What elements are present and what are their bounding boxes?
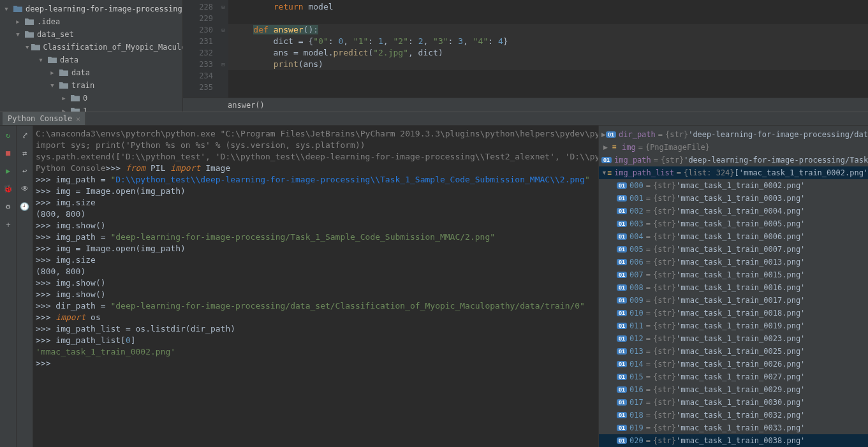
code-line[interactable]: dict = {"0": 0, "1": 1, "2": 2, "3": 3, … — [228, 36, 868, 47]
var-row[interactable]: ▶01dir_path = {str} 'deep-learning-for-i… — [599, 128, 868, 141]
console-line: >>> img.show() — [36, 277, 596, 289]
fold-column[interactable]: ⊟⊟⊟ — [218, 0, 228, 98]
add-icon[interactable]: ＋ — [3, 219, 14, 230]
var-type: {str} — [653, 283, 676, 292]
tree-item[interactable]: ▼Classification_of_Myopic_Maculop — [0, 41, 182, 54]
var-list-item[interactable]: 01011 = {str} 'mmac_task_1_train_0019.pn… — [599, 319, 868, 332]
expand-arrow-icon[interactable]: ▶ — [601, 144, 609, 150]
editor-code[interactable]: 228229230231232233234235 ⊟⊟⊟ return mode… — [183, 0, 868, 98]
tree-arrow-icon[interactable]: ▼ — [3, 6, 10, 12]
rerun-icon[interactable]: ↻ — [3, 129, 14, 141]
var-list-item[interactable]: 01009 = {str} 'mmac_task_1_train_0017.pn… — [599, 294, 868, 307]
run-icon[interactable]: ▶ — [3, 165, 14, 177]
tree-item[interactable]: ▼deep-learning-for-image-processing — [0, 3, 182, 15]
var-list-item[interactable]: 01012 = {str} 'mmac_task_1_train_0023.pn… — [599, 332, 868, 345]
var-list-item[interactable]: 01006 = {str} 'mmac_task_1_train_0013.pn… — [599, 256, 868, 268]
var-index: 001 — [629, 194, 644, 203]
var-type-icon: 01 — [617, 334, 627, 343]
var-list-item[interactable]: 01002 = {str} 'mmac_task_1_train_0004.pn… — [599, 205, 868, 217]
var-list-item[interactable]: 01010 = {str} 'mmac_task_1_train_0018.pn… — [599, 307, 868, 319]
expand-arrow-icon[interactable]: ▼ — [601, 170, 607, 176]
tab-label: Python Console — [8, 114, 72, 123]
folder-icon — [59, 81, 69, 90]
python-console-tab[interactable]: Python Console ✕ — [3, 112, 86, 125]
var-index: 004 — [629, 232, 644, 241]
breadcrumb-bar[interactable]: answer() — [183, 98, 868, 112]
new-console-icon[interactable]: ⤤ — [19, 129, 31, 141]
tree-arrow-icon[interactable]: ▼ — [48, 82, 56, 89]
var-list-item[interactable]: 01000 = {str} 'mmac_task_1_train_0002.pn… — [599, 179, 868, 192]
var-type-icon: 01 — [617, 219, 627, 228]
tree-arrow-icon[interactable]: ▶ — [60, 95, 68, 101]
var-type-icon: 01 — [617, 347, 627, 356]
var-value: 'mmac_task_1_train_0030.png' — [676, 398, 805, 407]
tree-item[interactable]: ▶.idea — [0, 15, 182, 28]
var-list-item[interactable]: 01016 = {str} 'mmac_task_1_train_0029.pn… — [599, 383, 868, 396]
console-line: 'mmac_task_1_train_0002.png' — [36, 346, 596, 358]
var-type: {str} — [653, 194, 676, 203]
var-list-item[interactable]: 01018 = {str} 'mmac_task_1_train_0032.pn… — [599, 409, 868, 421]
var-index: 010 — [629, 309, 644, 318]
variables-panel[interactable]: ▶01dir_path = {str} 'deep-learning-for-i… — [598, 126, 868, 447]
var-value: 'mmac_task_1_train_0017.png' — [676, 296, 805, 305]
var-list-item[interactable]: 01020 = {str} 'mmac_task_1_train_0038.pn… — [599, 434, 868, 447]
var-list-item[interactable]: 01005 = {str} 'mmac_task_1_train_0007.pn… — [599, 243, 868, 256]
code-lines[interactable]: return model def answer(): dict = {"0": … — [228, 0, 868, 98]
tree-item[interactable]: ▶0 — [0, 92, 182, 105]
console-output[interactable]: C:\anaconda3\envs\pytorch\python.exe "C:… — [33, 126, 598, 447]
var-row[interactable]: ▶≡img = {PngImageFile} — [599, 141, 868, 154]
var-index: 015 — [629, 372, 644, 381]
code-line[interactable]: def answer(): — [228, 24, 868, 36]
tree-arrow-icon[interactable]: ▼ — [14, 31, 22, 38]
var-list-item[interactable]: 01019 = {str} 'mmac_task_1_train_0033.pn… — [599, 421, 868, 434]
var-list-item[interactable]: 01001 = {str} 'mmac_task_1_train_0003.pn… — [599, 192, 868, 205]
var-row[interactable]: ▼≡img_path_list = {list: 324} ['mmac_tas… — [599, 166, 868, 179]
tree-arrow-icon[interactable]: ▶ — [14, 18, 22, 25]
var-index: 020 — [629, 436, 644, 445]
expand-arrow-icon[interactable]: ▶ — [601, 131, 606, 138]
var-list-item[interactable]: 01008 = {str} 'mmac_task_1_train_0016.pn… — [599, 281, 868, 294]
var-value: 'mmac_task_1_train_0005.png' — [676, 219, 805, 228]
code-line[interactable] — [228, 13, 868, 24]
tree-arrow-icon[interactable]: ▼ — [26, 44, 29, 50]
tree-item[interactable]: ▼data — [0, 54, 182, 66]
var-type: {list: 324} — [684, 168, 734, 177]
project-tree[interactable]: ▼deep-learning-for-image-processing▶.ide… — [0, 0, 183, 112]
debug-icon[interactable]: 🐞 — [3, 183, 14, 194]
tree-item[interactable]: ▼data_set — [0, 28, 182, 41]
tree-arrow-icon[interactable]: ▼ — [37, 57, 45, 63]
code-line[interactable]: return model — [228, 1, 868, 13]
tree-item[interactable]: ▶1 — [0, 105, 182, 112]
var-list-item[interactable]: 01014 = {str} 'mmac_task_1_train_0026.pn… — [599, 358, 868, 370]
var-list-item[interactable]: 01013 = {str} 'mmac_task_1_train_0025.pn… — [599, 345, 868, 358]
var-type: {str} — [653, 385, 676, 394]
var-list-item[interactable]: 01003 = {str} 'mmac_task_1_train_0005.pn… — [599, 217, 868, 230]
var-list-item[interactable]: 01007 = {str} 'mmac_task_1_train_0015.pn… — [599, 268, 868, 281]
code-line[interactable]: print(ans) — [228, 59, 868, 70]
var-type-icon: 01 — [617, 423, 627, 432]
tree-item[interactable]: ▶data — [0, 66, 182, 79]
console-line: >>> img_path = "D:\\python_test\\deep-le… — [36, 174, 596, 186]
stop-icon[interactable]: ■ — [3, 147, 14, 159]
console-line: >>> — [36, 358, 596, 369]
show-vars-icon[interactable]: 👁 — [19, 183, 31, 194]
var-value: 'mmac_task_1_train_0013.png' — [676, 258, 805, 267]
soft-wrap-icon[interactable]: ↩ — [19, 165, 31, 177]
code-line[interactable] — [228, 82, 868, 93]
var-list-item[interactable]: 01004 = {str} 'mmac_task_1_train_0006.pn… — [599, 230, 868, 243]
console-line: Python Console>>> from PIL import Image — [36, 163, 596, 174]
var-list-item[interactable]: 01017 = {str} 'mmac_task_1_train_0030.pn… — [599, 396, 868, 409]
attach-debugger-icon[interactable]: ⇄ — [19, 147, 31, 159]
var-type: {str} — [653, 245, 676, 254]
settings-icon[interactable]: ⚙ — [3, 201, 14, 212]
code-line[interactable] — [228, 70, 868, 82]
var-type-icon: 01 — [617, 245, 627, 254]
var-row[interactable]: 01img_path = {str} 'deep-learning-for-im… — [599, 154, 868, 166]
tree-arrow-icon[interactable]: ▶ — [48, 70, 56, 76]
history-icon[interactable]: 🕘 — [19, 201, 31, 212]
tree-item[interactable]: ▼train — [0, 79, 182, 92]
var-type-icon: 01 — [617, 385, 627, 394]
var-list-item[interactable]: 01015 = {str} 'mmac_task_1_train_0027.pn… — [599, 370, 868, 383]
code-line[interactable]: ans = model.predict("2.jpg", dict) — [228, 47, 868, 59]
close-icon[interactable]: ✕ — [76, 115, 80, 123]
